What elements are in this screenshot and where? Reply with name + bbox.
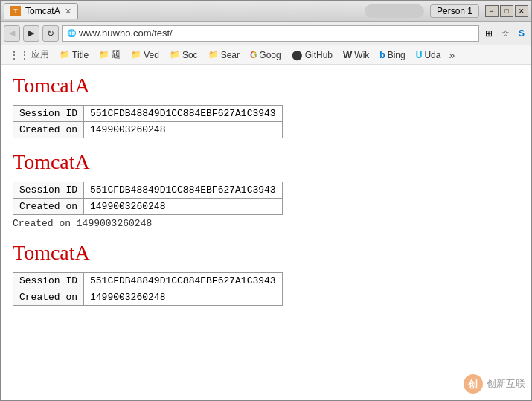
browser-tab[interactable]: T TomcatA ✕ (4, 3, 78, 19)
section-2-table: Session ID 551CFDB48849D1CC884EBF627A1C3… (13, 182, 283, 215)
url-box[interactable]: 🌐 www.huwho.com/test/ (62, 25, 479, 42)
toolbar-icons: ⊞ ☆ S (482, 27, 528, 40)
table-row: Session ID 551CFDB48849D1CC884EBF627A1C3… (13, 273, 283, 289)
watermark-text: 创新互联 (487, 377, 525, 391)
table-row: Session ID 551CFDB48849D1CC884EBF627A1C3… (13, 106, 283, 122)
bookmark-bing[interactable]: b Bing (376, 49, 408, 61)
page-content: TomcatA Session ID 551CFDB48849D1CC884EB… (1, 65, 531, 400)
title-bar: T TomcatA ✕ Person 1 − □ ✕ (1, 1, 531, 22)
session-id-value: 551CFDB48849D1CC884EBF627A1C3943 (84, 273, 283, 289)
bookmark-ved[interactable]: 📁 Ved (127, 49, 163, 61)
section-1-title: TomcatA (13, 74, 519, 97)
back-button[interactable]: ◀ (4, 25, 20, 42)
bookmark-label-9: Bing (388, 50, 406, 60)
window-controls: − □ ✕ (485, 5, 528, 17)
uda-icon: U (416, 50, 423, 60)
section-3: TomcatA Session ID 551CFDB48849D1CC884EB… (13, 241, 519, 306)
session-id-label: Session ID (13, 182, 84, 199)
url-lock-icon: 🌐 (67, 29, 76, 37)
created-value: 1499003260248 (84, 122, 283, 138)
folder-icon-4: 📁 (170, 50, 180, 60)
url-text: www.huwho.com/test/ (79, 28, 173, 39)
google-icon: G (250, 50, 257, 60)
bookmark-label-6: Goog (259, 50, 281, 60)
forward-button[interactable]: ▶ (23, 25, 39, 42)
created-value: 1499003260248 (84, 289, 283, 306)
bookmark-label-7: GitHub (305, 50, 333, 60)
session-id-value: 551CFDB48849D1CC884EBF627A1C3943 (84, 182, 283, 199)
section-3-title: TomcatA (13, 241, 519, 265)
table-row: Created on 1499003260248 (13, 199, 283, 215)
bookmark-wiki[interactable]: W Wik (339, 48, 373, 61)
created-value: 1499003260248 (84, 199, 283, 215)
created-text: Created on 1499003260248 (13, 218, 519, 229)
tab-area: T TomcatA ✕ (4, 3, 359, 19)
bookmark-label-8: Wik (354, 50, 369, 60)
person-button[interactable]: Person 1 (430, 4, 479, 18)
bookmark-label-5: Sear (221, 50, 240, 60)
tab-title: TomcatA (25, 6, 60, 16)
tab-favicon: T (10, 6, 21, 16)
apps-button[interactable]: ⋮⋮ 应用 (5, 48, 53, 62)
browser-window: T TomcatA ✕ Person 1 − □ ✕ ◀ ▶ ↻ 🌐 www.h… (0, 0, 532, 401)
session-id-label: Session ID (13, 106, 84, 122)
bookmark-label-10: Uda (424, 50, 440, 60)
bing-icon: b (379, 50, 385, 60)
table-row: Session ID 551CFDB48849D1CC884EBF627A1C3… (13, 182, 283, 199)
created-label: Created on (13, 199, 84, 215)
bookmark-icon[interactable]: ☆ (499, 27, 512, 40)
reload-button[interactable]: ↻ (42, 25, 59, 42)
github-icon: ⬤ (292, 49, 303, 60)
close-button[interactable]: ✕ (515, 5, 528, 17)
bookmark-title[interactable]: 📁 Title (56, 49, 92, 61)
bookmark-label: Title (72, 50, 89, 60)
session-id-value: 551CFDB48849D1CC884EBF627A1C3943 (84, 106, 283, 122)
table-row: Created on 1499003260248 (13, 122, 283, 138)
folder-icon-3: 📁 (131, 50, 141, 60)
bookmark-ti2[interactable]: 📁 题 (95, 48, 124, 62)
bookmark-uda[interactable]: U Uda (412, 49, 445, 61)
bookmark-label-3: Ved (144, 50, 159, 60)
created-label: Created on (13, 122, 84, 138)
folder-icon-2: 📁 (99, 50, 109, 60)
bookmarks-bar: ⋮⋮ 应用 📁 Title 📁 题 📁 Ved 📁 Soc 📁 Sear G G… (1, 45, 531, 65)
watermark-logo-icon: 创 (463, 373, 484, 394)
bookmark-sear[interactable]: 📁 Sear (205, 49, 243, 61)
section-2-title: TomcatA (13, 150, 519, 174)
table-row: Created on 1499003260248 (13, 289, 283, 306)
folder-icon-5: 📁 (208, 50, 219, 60)
maximize-button[interactable]: □ (500, 5, 513, 17)
tab-close-button[interactable]: ✕ (65, 7, 71, 16)
folder-icon: 📁 (60, 50, 70, 60)
svg-text:创: 创 (467, 379, 478, 390)
wiki-icon: W (343, 49, 352, 60)
more-bookmarks-button[interactable]: » (449, 49, 455, 61)
watermark: 创 创新互联 (463, 373, 525, 394)
bookmark-github[interactable]: ⬤ GitHub (288, 48, 336, 61)
apps-label: 应用 (31, 48, 49, 61)
sync-icon[interactable]: S (515, 27, 528, 40)
session-id-label: Session ID (13, 273, 84, 289)
new-tab-area (365, 4, 424, 18)
section-2: TomcatA Session ID 551CFDB48849D1CC884EB… (13, 150, 519, 229)
bookmark-google[interactable]: G Goog (246, 49, 285, 61)
minimize-button[interactable]: − (485, 5, 499, 17)
bookmark-label-4: Soc (182, 50, 198, 60)
bookmark-label-2: 题 (112, 48, 121, 61)
section-1: TomcatA Session ID 551CFDB48849D1CC884EB… (13, 74, 519, 138)
created-label: Created on (13, 289, 84, 306)
bookmark-soc[interactable]: 📁 Soc (166, 49, 202, 61)
section-1-table: Session ID 551CFDB48849D1CC884EBF627A1C3… (13, 105, 283, 138)
address-bar: ◀ ▶ ↻ 🌐 www.huwho.com/test/ ⊞ ☆ S (1, 22, 531, 45)
extensions-icon[interactable]: ⊞ (482, 27, 496, 40)
section-3-table: Session ID 551CFDB48849D1CC884EBF627A1C3… (13, 272, 283, 306)
